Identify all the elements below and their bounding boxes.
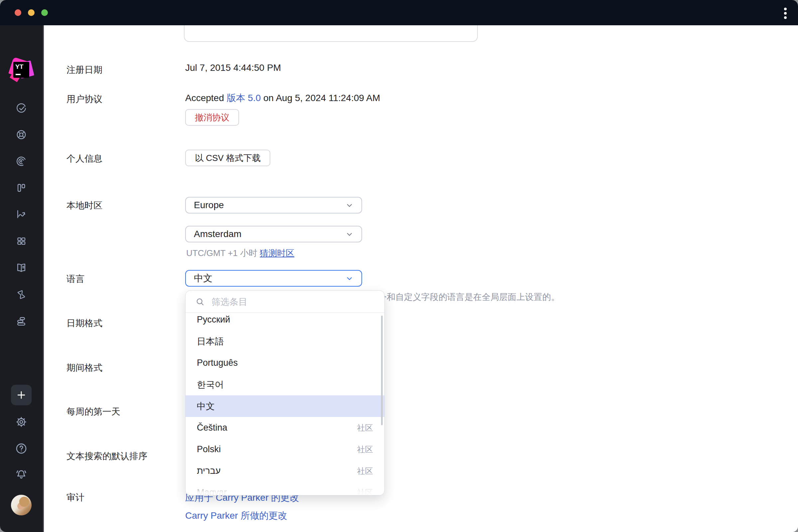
help-icon[interactable]: [15, 442, 27, 455]
dropdown-options-list: Русский 日本語 Português 한국어 中文 Čeština社区: [186, 313, 384, 495]
language-help-text: 命令和自定义字段的语言是在全局层面上设置的。: [369, 291, 559, 303]
field-label-first-day-of-week: 每周的第一天: [66, 406, 120, 418]
app-window: YT: [0, 0, 798, 532]
dropdown-scrollbar-thumb[interactable]: [381, 316, 383, 425]
chevron-down-icon: [345, 201, 354, 209]
reports-trend-icon[interactable]: [16, 208, 27, 220]
agreement-status-line: Accepted 版本 5.0 on Aug 5, 2024 11:24:09 …: [185, 92, 380, 104]
timezone-offset-text: UTC/GMT +1 小时: [186, 248, 260, 258]
dropdown-search-row: [186, 291, 384, 313]
agreement-prefix: Accepted: [185, 93, 227, 103]
timezone-region-select[interactable]: Europe: [185, 197, 362, 213]
timezone-region-value: Europe: [194, 200, 224, 210]
sidebar: YT: [0, 25, 44, 532]
main-content: [44, 25, 798, 532]
plus-icon: [16, 390, 27, 401]
timezone-note: UTC/GMT +1 小时 猜测时区: [186, 247, 294, 259]
youtrack-logo[interactable]: YT: [10, 58, 33, 80]
logo-text: YT: [15, 63, 23, 70]
agreement-version-link[interactable]: 版本 5.0: [227, 93, 261, 103]
timesheets-hourglass-icon[interactable]: [16, 289, 27, 300]
search-icon: [195, 297, 205, 306]
issues-check-icon[interactable]: [16, 103, 27, 114]
language-option-hebrew[interactable]: עברית社区: [186, 460, 384, 482]
minimize-window-button[interactable]: [28, 9, 35, 16]
dropdown-filter-input[interactable]: [211, 294, 368, 309]
window-titlebar: [0, 0, 798, 25]
timezone-city-select[interactable]: Amsterdam: [185, 226, 362, 242]
audit-made-changes-link[interactable]: Carry Parker 所做的更改: [185, 509, 287, 522]
zoom-window-button[interactable]: [41, 9, 48, 16]
agile-boards-icon[interactable]: [16, 182, 27, 193]
window-menu-icon[interactable]: [782, 6, 789, 21]
spiral-icon[interactable]: [16, 156, 27, 167]
language-select[interactable]: 中文: [185, 270, 362, 287]
knowledge-book-icon[interactable]: [16, 262, 27, 273]
agreement-suffix: on Aug 5, 2024 11:24:09 AM: [261, 93, 380, 103]
registration-date-value: Jul 7, 2015 4:44:50 PM: [185, 62, 281, 73]
language-option-japanese[interactable]: 日本語: [186, 330, 384, 352]
field-label-local-timezone: 本地时区: [66, 200, 102, 211]
language-option-hungarian[interactable]: Magyar社区: [186, 482, 384, 495]
guess-timezone-link[interactable]: 猜测时区: [260, 248, 294, 258]
field-label-date-format: 日期格式: [66, 317, 102, 329]
download-csv-button[interactable]: 以 CSV 格式下载: [185, 150, 270, 166]
language-option-polish[interactable]: Polski社区: [186, 439, 384, 460]
text-field-partial[interactable]: [184, 25, 478, 42]
notifications-bell-icon[interactable]: [15, 468, 27, 481]
field-label-user-agreement: 用户协议: [66, 93, 102, 105]
gantt-bars-icon[interactable]: [16, 316, 27, 327]
create-new-button[interactable]: [11, 385, 32, 405]
field-label-registration-date: 注册日期: [66, 64, 102, 76]
helpdesk-lifebuoy-icon[interactable]: [16, 129, 27, 140]
field-label-language: 语言: [66, 273, 84, 285]
timezone-city-value: Amsterdam: [194, 229, 241, 240]
field-label-period-format: 期间格式: [66, 362, 102, 374]
language-selected-value: 中文: [194, 272, 212, 285]
chevron-down-icon: [345, 274, 354, 282]
field-label-personal-info: 个人信息: [66, 153, 102, 165]
language-option-chinese[interactable]: 中文: [186, 395, 384, 417]
chevron-down-icon: [345, 230, 354, 238]
user-avatar[interactable]: [11, 495, 32, 515]
language-option-russian[interactable]: Русский: [186, 313, 384, 330]
close-window-button[interactable]: [15, 9, 21, 16]
apps-grid-icon[interactable]: [16, 235, 27, 247]
field-label-audit: 审计: [66, 491, 84, 504]
language-option-portuguese[interactable]: Português: [186, 352, 384, 374]
language-option-korean[interactable]: 한국어: [186, 374, 384, 395]
field-label-default-text-search-sort: 文本搜索的默认排序: [66, 450, 147, 462]
language-dropdown-panel: Русский 日本語 Português 한국어 中文 Čeština社区: [185, 290, 385, 495]
language-option-czech[interactable]: Čeština社区: [186, 417, 384, 439]
settings-gear-icon[interactable]: [15, 416, 27, 428]
revoke-agreement-button[interactable]: 撤消协议: [185, 109, 239, 126]
expand-sidebar-icon[interactable]: [16, 530, 27, 532]
